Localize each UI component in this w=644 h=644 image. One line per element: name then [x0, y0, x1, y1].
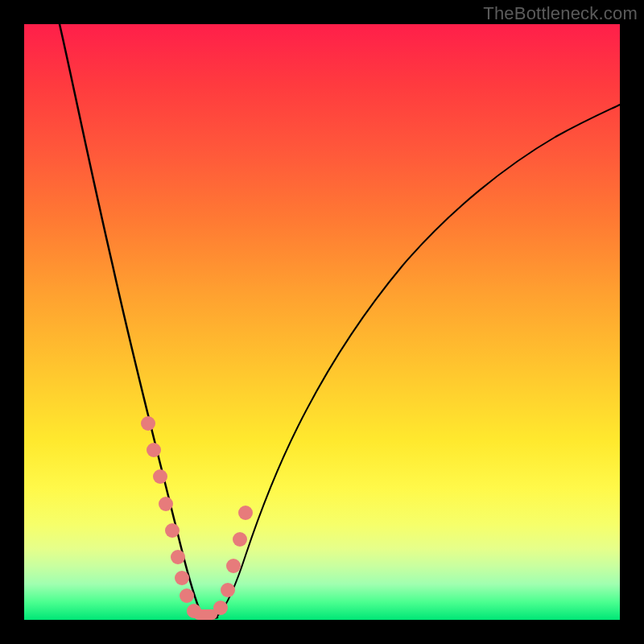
marker-trough: [193, 609, 217, 620]
marker-dot: [153, 469, 167, 484]
marker-dot: [171, 550, 185, 564]
bottleneck-curve-left: [60, 24, 202, 616]
marker-dot: [226, 559, 241, 573]
marker-dot: [147, 443, 161, 457]
marker-dot: [175, 571, 189, 585]
bottleneck-curve-right: [215, 105, 620, 618]
watermark-text: TheBottleneck.com: [483, 3, 638, 24]
marker-group: [141, 416, 253, 620]
marker-dot: [233, 532, 247, 547]
chart-frame: TheBottleneck.com: [0, 0, 644, 644]
marker-dot: [221, 583, 235, 597]
curve-group: [60, 24, 620, 618]
marker-dot: [159, 497, 173, 511]
plot-area: [24, 24, 620, 620]
marker-dot: [165, 523, 180, 538]
marker-dot: [180, 588, 194, 603]
marker-dot: [141, 416, 155, 431]
marker-dot: [213, 601, 228, 615]
marker-dot: [238, 506, 253, 520]
chart-svg: [24, 24, 620, 620]
